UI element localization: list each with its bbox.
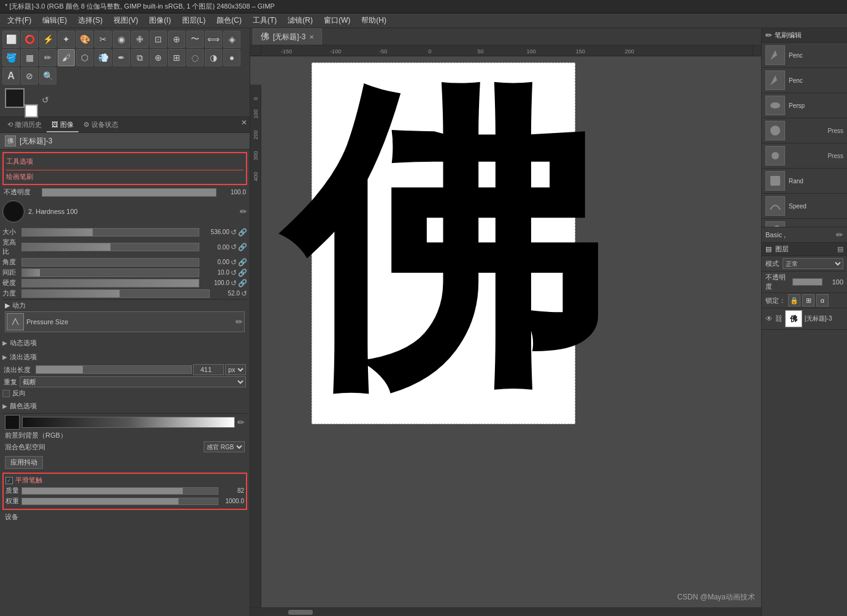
tool-heal[interactable]: ⊕ (150, 49, 167, 66)
color-options-header[interactable]: ▶ 颜色选项 (2, 400, 247, 412)
fade-length-unit[interactable]: px (225, 364, 246, 375)
brush-item-speed[interactable]: Speed (762, 194, 847, 219)
brush-item-rand[interactable]: Rand (762, 169, 847, 194)
aspect-reset[interactable]: ↺ (231, 243, 237, 251)
tab-image[interactable]: 🖼 图像 (47, 118, 79, 132)
canvas-tab-close[interactable]: ✕ (309, 34, 314, 40)
brush-item-press2[interactable]: Press (762, 143, 847, 169)
mode-select[interactable]: 正常 (783, 258, 843, 269)
eye-icon[interactable]: 👁 (765, 314, 773, 323)
tab-undo-history[interactable]: ⟲ 撤消历史 (2, 118, 47, 132)
size-lock[interactable]: 🔗 (238, 228, 247, 237)
tool-scissors[interactable]: ✂ (94, 31, 112, 48)
tool-eraser[interactable]: ⬡ (76, 49, 93, 66)
color-swatch[interactable] (5, 415, 20, 430)
tool-color-picker[interactable]: ⊘ (21, 67, 38, 85)
options-scroll[interactable]: 工具选项 绘画笔刷 不透明度 100.0 2. Hardness 100 ✏ (0, 150, 250, 616)
force-reset[interactable]: ↺ (241, 289, 247, 298)
tool-flip[interactable]: ⟺ (205, 31, 222, 48)
weight-slider[interactable] (21, 498, 218, 505)
tool-perspective-clone[interactable]: ⊞ (168, 49, 185, 66)
brush-item-tilt[interactable]: Tilt A (762, 219, 847, 227)
menu-layer[interactable]: 图层(L) (177, 14, 211, 27)
tool-cage[interactable]: ◈ (223, 31, 240, 48)
menu-image[interactable]: 图像(I) (144, 14, 175, 27)
mixing-select[interactable]: 感官 RGB (204, 441, 245, 452)
pressure-edit[interactable]: ✏ (236, 317, 243, 327)
canvas-tab[interactable]: 佛 [无标题]-3 ✕ (253, 28, 322, 45)
aspect-slider[interactable] (21, 243, 199, 251)
tool-move[interactable]: ✙ (131, 31, 148, 48)
tool-bucket[interactable]: 🪣 (2, 49, 20, 66)
tool-transform[interactable]: ⊕ (168, 31, 185, 48)
fade-length-input[interactable] (193, 364, 224, 375)
layer-item[interactable]: 👁 ⛓ 佛 [无标题]-3 (762, 308, 847, 330)
spacing-lock[interactable]: 🔗 (238, 268, 247, 277)
tool-pencil[interactable]: ✏ (39, 49, 56, 66)
menu-window[interactable]: 窗口(W) (319, 14, 355, 27)
tool-gradient[interactable]: ▦ (21, 49, 38, 66)
tool-clone[interactable]: ⧉ (131, 49, 148, 66)
lock-alpha[interactable]: α (816, 294, 829, 306)
spacing-slider[interactable] (21, 268, 199, 277)
tool-paintbrush[interactable]: 🖌 (58, 49, 75, 66)
lock-position[interactable]: ⊞ (802, 294, 814, 306)
tool-smudge[interactable]: ● (223, 49, 240, 66)
menu-tools[interactable]: 工具(T) (248, 14, 282, 27)
angle-lock[interactable]: 🔗 (238, 258, 247, 267)
menu-view[interactable]: 视图(V) (109, 14, 143, 27)
force-slider[interactable] (21, 289, 210, 298)
angle-slider[interactable] (21, 258, 199, 267)
tool-select-by-color[interactable]: 🎨 (76, 31, 93, 48)
tool-free-select[interactable]: ⚡ (39, 31, 56, 48)
fade-length-slider[interactable] (36, 365, 192, 374)
panel-close[interactable]: ✕ (241, 118, 247, 132)
opacity-slider[interactable] (42, 188, 217, 197)
fade-out-header[interactable]: ▶ 淡出选项 (2, 351, 247, 363)
menu-help[interactable]: 帮助(H) (356, 14, 391, 27)
tool-ink[interactable]: ✒ (113, 49, 130, 66)
brush-edit-icon[interactable]: ✏ (240, 207, 247, 216)
aspect-lock[interactable]: 🔗 (238, 243, 247, 251)
tool-dodge-burn[interactable]: ◑ (205, 49, 222, 66)
quality-slider[interactable] (21, 487, 218, 495)
tool-ellipse-select[interactable]: ⭕ (21, 31, 38, 48)
repeat-select[interactable]: 截断 (20, 376, 246, 387)
layer-opacity-slider[interactable] (792, 278, 822, 286)
tool-foreground-select[interactable]: ◉ (113, 31, 130, 48)
tool-fuzzy-select[interactable]: ✦ (58, 31, 75, 48)
foreground-color[interactable] (5, 88, 25, 108)
h-scrollbar[interactable] (250, 607, 761, 616)
smooth-checkbox[interactable]: ✓ (6, 477, 13, 484)
brush-item-press1[interactable]: Press (762, 118, 847, 143)
gradient-edit[interactable]: ✏ (237, 417, 245, 427)
menu-file[interactable]: 文件(F) (2, 14, 36, 27)
reverse-checkbox[interactable] (2, 390, 10, 397)
hardness-lock[interactable]: 🔗 (238, 279, 247, 287)
tool-airbrush[interactable]: 💨 (94, 49, 112, 66)
brush-item-penc2[interactable]: Penc (762, 68, 847, 93)
hardness-reset[interactable]: ↺ (231, 279, 237, 287)
h-scrollbar-thumb[interactable] (288, 610, 313, 615)
size-reset[interactable]: ↺ (231, 228, 237, 237)
tool-text[interactable]: A (2, 67, 20, 85)
brush-item-persp[interactable]: Persp (762, 93, 847, 118)
menu-select[interactable]: 选择(S) (73, 14, 107, 27)
background-color[interactable] (25, 104, 38, 118)
canvas-viewport[interactable]: 0 100 200 300 400 佛 CSDN @Maya动画技术 (250, 56, 761, 607)
tab-device-status[interactable]: ⚙ 设备状态 (79, 118, 123, 132)
dynamic-options-header[interactable]: ▶ 动态选项 (2, 337, 247, 349)
tool-blur[interactable]: ◌ (186, 49, 204, 66)
apply-button[interactable]: 应用抖动 (5, 456, 43, 469)
tool-crop[interactable]: ⊡ (150, 31, 167, 48)
brush-item-penc1[interactable]: Penc (762, 43, 847, 68)
basic-edit[interactable]: ✏ (836, 230, 843, 240)
menu-edit[interactable]: 编辑(E) (37, 14, 72, 27)
menu-color[interactable]: 颜色(C) (212, 14, 247, 27)
lock-pixels[interactable]: 🔒 (788, 294, 800, 306)
angle-reset[interactable]: ↺ (231, 258, 237, 267)
tool-rectangle-select[interactable]: ⬜ (2, 31, 20, 48)
tool-warp[interactable]: 〜 (186, 31, 204, 48)
menu-filters[interactable]: 滤镜(R) (283, 14, 318, 27)
hardness-slider[interactable] (21, 279, 199, 287)
